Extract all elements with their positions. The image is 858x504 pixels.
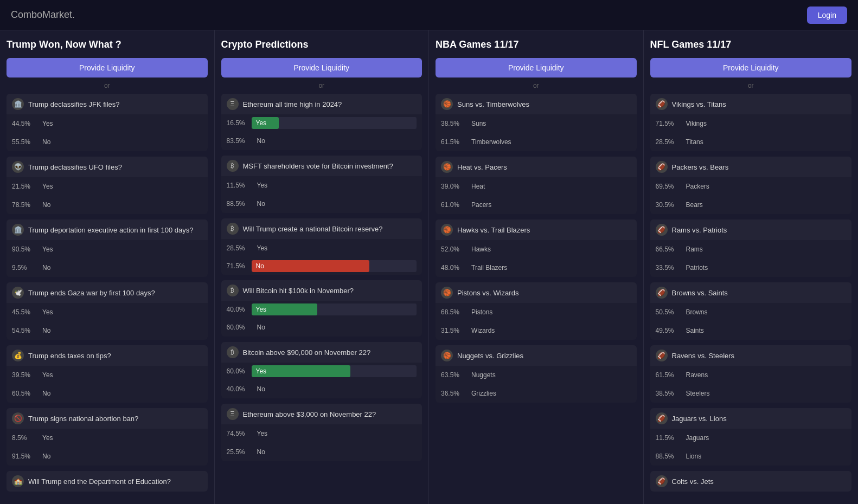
question-icon: Ξ	[227, 98, 239, 110]
provide-liquidity-button[interactable]: Provide Liquidity	[221, 58, 422, 77]
question-block[interactable]: ₿Bitcoin above $90,000 on November 22?60…	[221, 342, 422, 398]
question-block[interactable]: 🏛️Trump deportation executive action in …	[7, 219, 208, 277]
question-block[interactable]: ΞEthereum all time high in 2024?16.5%Yes…	[221, 94, 422, 150]
question-block[interactable]: 🏀Heat vs. Pacers39.0%Heat61.0%Pacers	[436, 157, 637, 214]
question-block[interactable]: 👽Trump declassifies UFO files?21.5%Yes78…	[7, 157, 208, 214]
option-percent: 38.5%	[441, 120, 462, 127]
header: ComboMarket. Login	[0, 0, 858, 30]
question-text: Jaguars vs. Lions	[672, 415, 727, 423]
question-header: ₿Bitcoin above $90,000 on November 22?	[221, 342, 422, 363]
option-percent: 11.5%	[656, 434, 676, 442]
option-percent: 83.5%	[227, 137, 247, 145]
option-plain-row: 61.5%Timberwolves	[436, 133, 637, 151]
option-plain-row: 28.5%Yes	[221, 239, 422, 257]
question-header: 🏛️Trump declassifies JFK files?	[7, 94, 208, 114]
question-icon: 🚫	[12, 412, 24, 424]
question-block[interactable]: 🏈Colts vs. Jets	[650, 471, 852, 492]
option-plain-row: 31.5%Wizards	[436, 321, 637, 340]
option-percent: 9.5%	[12, 264, 33, 272]
column-nba: NBA Games 11/17Provide Liquidityor🏀Suns …	[429, 30, 644, 504]
question-block[interactable]: 🏈Browns vs. Saints50.5%Browns49.5%Saints	[650, 282, 852, 340]
question-text: Will Bitcoin hit $100k in November?	[243, 287, 354, 295]
question-block[interactable]: ₿Will Trump create a national Bitcoin re…	[221, 218, 422, 275]
column-crypto: Crypto PredictionsProvide LiquidityorΞEt…	[215, 30, 430, 504]
question-header: 🏀Hawks vs. Trail Blazers	[436, 219, 637, 240]
option-percent: 49.5%	[656, 327, 676, 334]
question-header: ₿Will Trump create a national Bitcoin re…	[221, 218, 422, 239]
question-block[interactable]: 🏈Rams vs. Patriots66.5%Rams33.5%Patriots	[650, 219, 852, 277]
login-button[interactable]: Login	[807, 7, 847, 24]
option-percent: 71.5%	[227, 262, 247, 270]
option-plain-row: 30.5%Bears	[650, 196, 852, 214]
question-block[interactable]: 🏛️Trump declassifies JFK files?44.5%Yes5…	[7, 94, 208, 151]
option-plain-row: 74.5%Yes	[221, 424, 422, 443]
question-block[interactable]: 💰Trump ends taxes on tips?39.5%Yes60.5%N…	[7, 345, 208, 403]
option-plain-row: 60.5%No	[7, 384, 208, 403]
question-header: 🏫Will Trump end the Department of Educat…	[7, 471, 208, 492]
option-bar-row: 71.5%No	[221, 257, 422, 275]
question-block[interactable]: 🏈Vikings vs. Titans71.5%Vikings28.5%Tita…	[650, 94, 852, 151]
option-percent: 55.5%	[12, 138, 33, 146]
question-text: Ethereum above $3,000 on November 22?	[243, 410, 376, 418]
option-label: Yes	[252, 179, 273, 192]
question-header: 🏛️Trump deportation executive action in …	[7, 219, 208, 240]
question-block[interactable]: 🏀Hawks vs. Trail Blazers52.0%Hawks48.0%T…	[436, 219, 637, 277]
provide-liquidity-button[interactable]: Provide Liquidity	[650, 58, 852, 77]
option-percent: 36.5%	[441, 390, 462, 397]
option-plain-row: 45.5%Yes	[7, 303, 208, 321]
option-percent: 78.5%	[12, 201, 33, 209]
question-block[interactable]: 🏈Ravens vs. Steelers61.5%Ravens38.5%Stee…	[650, 345, 852, 403]
option-bar-row: 16.5%Yes	[221, 114, 422, 132]
option-label: Packers	[681, 180, 715, 193]
question-block[interactable]: 🏀Pistons vs. Wizards68.5%Pistons31.5%Wiz…	[436, 282, 637, 340]
question-header: 🏀Pistons vs. Wizards	[436, 282, 637, 303]
option-bar: Yes	[252, 117, 279, 129]
option-percent: 91.5%	[12, 453, 33, 460]
option-label: Lions	[681, 450, 707, 463]
question-block[interactable]: ₿MSFT shareholders vote for Bitcoin inve…	[221, 156, 422, 213]
question-block[interactable]: 🏀Suns vs. Timberwolves38.5%Suns61.5%Timb…	[436, 94, 637, 151]
option-percent: 88.5%	[656, 453, 676, 460]
question-block[interactable]: 🏫Will Trump end the Department of Educat…	[7, 471, 208, 492]
option-percent: 33.5%	[656, 264, 676, 272]
option-plain-row: 83.5%No	[221, 132, 422, 150]
option-percent: 61.5%	[656, 371, 676, 379]
or-divider: or	[221, 82, 422, 89]
question-icon: 🏈	[656, 475, 668, 487]
option-label: Pistons	[466, 306, 498, 319]
option-label: Yes	[37, 369, 59, 382]
provide-liquidity-button[interactable]: Provide Liquidity	[436, 58, 637, 77]
question-icon: 🏈	[656, 412, 668, 424]
option-label: No	[37, 135, 56, 148]
option-plain-row: 39.5%Yes	[7, 366, 208, 384]
question-icon: ₿	[227, 285, 239, 296]
main-content: Trump Won, Now What ?Provide Liquidityor…	[0, 30, 858, 504]
question-block[interactable]: 🕊️Trump ends Gaza war by first 100 days?…	[7, 282, 208, 340]
question-block[interactable]: ₿Will Bitcoin hit $100k in November?40.0…	[221, 280, 422, 337]
option-label: Titans	[681, 135, 709, 148]
question-text: Heat vs. Pacers	[457, 163, 507, 171]
option-percent: 66.5%	[656, 245, 676, 253]
question-block[interactable]: 🏈Jaguars vs. Lions11.5%Jaguars88.5%Lions	[650, 408, 852, 466]
question-block[interactable]: ΞEthereum above $3,000 on November 22?74…	[221, 404, 422, 461]
option-plain-row: 61.5%Ravens	[650, 366, 852, 384]
option-bar-container: Yes	[252, 365, 417, 377]
question-block[interactable]: 🚫Trump signs national abortion ban?8.5%Y…	[7, 408, 208, 466]
question-block[interactable]: 🏀Nuggets vs. Grizzlies63.5%Nuggets36.5%G…	[436, 345, 637, 403]
option-label: No	[37, 198, 56, 211]
option-label: Steelers	[681, 387, 715, 400]
option-plain-row: 48.0%Trail Blazers	[436, 259, 637, 277]
option-percent: 25.5%	[227, 448, 247, 456]
question-text: Trump signs national abortion ban?	[28, 415, 138, 423]
option-label: Hawks	[466, 243, 496, 256]
question-block[interactable]: 🏈Packers vs. Bears69.5%Packers30.5%Bears	[650, 157, 852, 214]
question-icon: ₿	[227, 160, 239, 172]
option-percent: 54.5%	[12, 327, 33, 334]
question-text: Trump ends Gaza war by first 100 days?	[28, 289, 155, 297]
option-label: Yes	[37, 431, 59, 444]
provide-liquidity-button[interactable]: Provide Liquidity	[7, 58, 208, 77]
option-bar-row: 40.0%Yes	[221, 301, 422, 318]
question-header: 🏀Suns vs. Timberwolves	[436, 94, 637, 114]
option-plain-row: 69.5%Packers	[650, 177, 852, 196]
option-plain-row: 88.5%No	[221, 195, 422, 213]
